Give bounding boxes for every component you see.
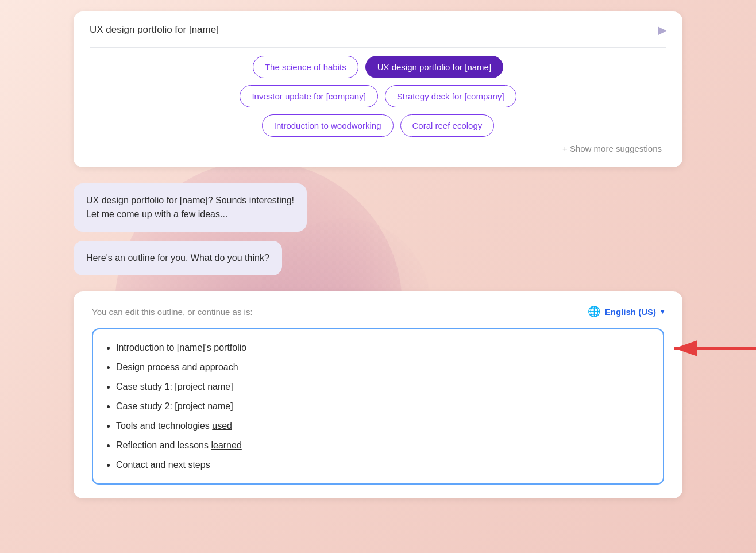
list-item-1: Introduction to [name]'s portfolio	[116, 341, 647, 355]
chat-bubble-2-text: Here's an outline for you. What do you t…	[86, 253, 269, 263]
red-arrow-annotation	[657, 334, 756, 363]
list-item-7: Contact and next steps	[116, 458, 647, 472]
language-selector[interactable]: 🌐 English (US) ▾	[588, 305, 664, 318]
list-item-2-text: Design process and approach	[116, 362, 238, 372]
language-label: English (US)	[605, 307, 656, 317]
list-item-4: Case study 2: [project name]	[116, 400, 647, 413]
outline-editable-area[interactable]: Introduction to [name]'s portfolio Desig…	[92, 328, 664, 485]
outline-header: You can edit this outline, or continue a…	[92, 305, 664, 318]
list-item-4-text: Case study 2: [project name]	[116, 401, 233, 411]
show-more-label: + Show more suggestions	[562, 144, 662, 153]
chevron-down-icon: ▾	[661, 308, 664, 316]
suggestions-area: The science of habits UX design portfoli…	[90, 56, 666, 153]
outline-instruction: You can edit this outline, or continue a…	[92, 307, 253, 317]
list-item-6: Reflection and lessons learned	[116, 439, 647, 452]
input-divider	[90, 47, 666, 48]
list-item-1-text: Introduction to [name]'s portfolio	[116, 343, 246, 352]
top-card: UX design portfolio for [name] ▶ The sci…	[74, 11, 682, 167]
chat-section: UX design portfolio for [name]? Sounds i…	[74, 183, 682, 275]
list-item-2: Design process and approach	[116, 360, 647, 374]
list-item-5-text: Tools and technologies	[116, 421, 212, 431]
chat-bubble-1-text: UX design portfolio for [name]? Sounds i…	[86, 195, 294, 219]
suggestion-row-1: The science of habits UX design portfoli…	[253, 56, 503, 78]
chat-bubble-2: Here's an outline for you. What do you t…	[74, 241, 282, 275]
suggestion-chip-strategy[interactable]: Strategy deck for [company]	[385, 85, 516, 107]
suggestion-chip-coral[interactable]: Coral reef ecology	[400, 114, 495, 137]
suggestion-row-2: Investor update for [company] Strategy d…	[240, 85, 516, 107]
outline-card: You can edit this outline, or continue a…	[74, 291, 682, 498]
list-item-3-text: Case study 1: [project name]	[116, 382, 233, 391]
show-more-suggestions[interactable]: + Show more suggestions	[562, 144, 662, 153]
list-item-6-text: Reflection and lessons	[116, 440, 211, 450]
globe-icon: 🌐	[588, 305, 600, 318]
input-display: UX design portfolio for [name]	[90, 24, 651, 36]
list-item-3: Case study 1: [project name]	[116, 380, 647, 394]
suggestion-chip-ux[interactable]: UX design portfolio for [name]	[365, 56, 503, 78]
main-container: UX design portfolio for [name] ▶ The sci…	[51, 0, 705, 510]
suggestion-row-3: Introduction to woodworking Coral reef e…	[262, 114, 495, 137]
send-icon[interactable]: ▶	[658, 23, 666, 37]
list-item-5: Tools and technologies used	[116, 419, 647, 433]
outline-list: Introduction to [name]'s portfolio Desig…	[105, 341, 647, 472]
suggestion-chip-investor[interactable]: Investor update for [company]	[240, 85, 377, 107]
chat-bubble-1: UX design portfolio for [name]? Sounds i…	[74, 183, 307, 232]
suggestion-chip-habits[interactable]: The science of habits	[253, 56, 358, 78]
learned-link[interactable]: learned	[211, 440, 241, 450]
suggestion-chip-woodworking[interactable]: Introduction to woodworking	[262, 114, 394, 137]
input-row: UX design portfolio for [name] ▶	[90, 23, 666, 37]
list-item-7-text: Contact and next steps	[116, 460, 210, 470]
used-link[interactable]: used	[212, 421, 232, 431]
